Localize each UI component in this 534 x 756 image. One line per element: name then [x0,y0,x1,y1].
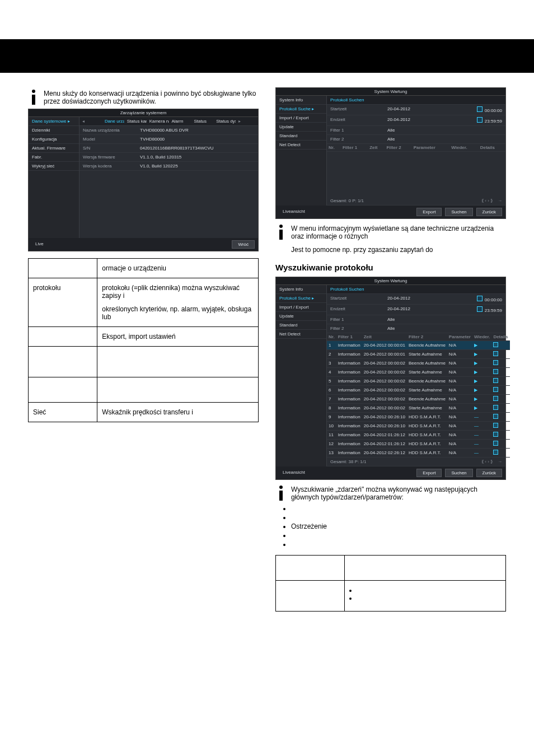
param-cell [276,556,345,581]
intro-left: Menu służy do konserwacji urządzenia i p… [44,90,259,105]
info-icon [28,90,39,105]
cell-protokolu-a: protokołu (=plik dziennika) można wyszuk… [102,284,254,300]
info-icon [275,486,287,501]
cell-device-info: ormacje o urządzeniu [102,264,166,272]
param-table [275,555,506,612]
screenshot-protokoll-results: System WartungSystem InfoProtokoll Suche… [275,277,506,480]
intro-search: Wyszukiwanie „zdarzeń" można wykonywać w… [291,486,506,501]
cell-export-import: Eksport, import ustawień [102,333,175,340]
param-cell [345,556,506,581]
screenshot-protokoll-empty: System WartungSystem InfoProtokoll Suche… [275,87,506,219]
menu-table: ormacje o urządzeniu protokołu protokołu… [28,258,259,422]
header-blackbar [0,39,534,73]
cell-siec-label: Sieć [33,408,46,416]
heading-search: Wyszukiwanie protokołu [275,263,506,272]
cell-siec-value: Wskaźnik prędkości transferu i [102,408,193,416]
screenshot-system-management: Zarządzanie systememDane systemowe ▸Dzie… [28,109,259,251]
bullet-list: Ostrzeżenie [291,505,506,548]
param-cell [345,581,506,612]
info-icon [275,225,287,240]
param-cell [276,581,345,612]
intro-right-b: Jest to pomocne np. przy zgaszaniu zapyt… [291,246,506,254]
cell-protokolu-b: określonych kryteriów, np. alarm, wyjąte… [102,305,254,321]
cell-protokolu-label: protokołu [33,284,60,292]
list-item [291,514,506,521]
list-item [291,540,506,548]
list-item [291,505,506,512]
list-item [291,531,506,539]
intro-right-a: W menu informacyjnym wyświetlane są dane… [291,225,506,240]
list-item: Ostrzeżenie [291,522,506,530]
